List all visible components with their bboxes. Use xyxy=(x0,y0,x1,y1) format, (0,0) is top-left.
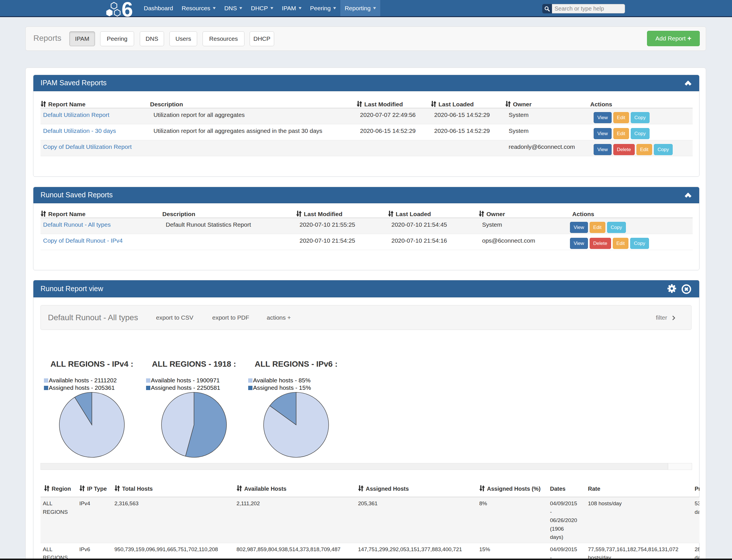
svg-text:6: 6 xyxy=(121,1,133,17)
